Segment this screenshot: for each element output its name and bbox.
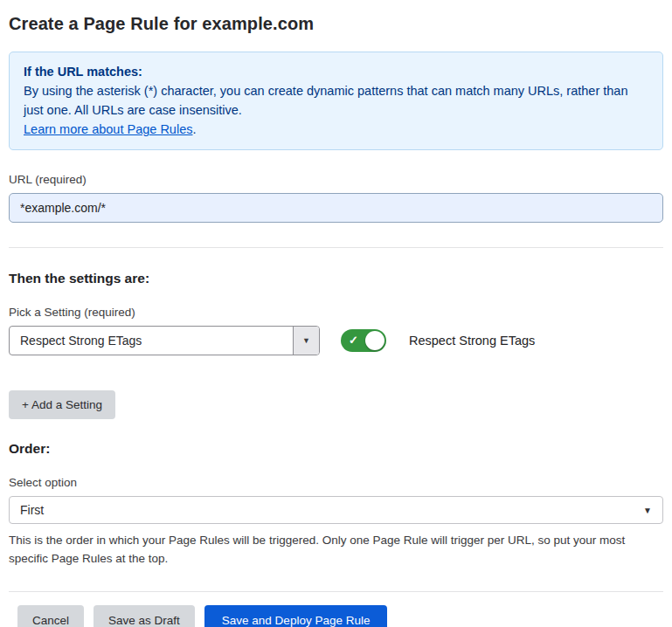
toggle-label: Respect Strong ETags [409, 334, 535, 348]
add-setting-button[interactable]: + Add a Setting [9, 390, 115, 419]
setting-dropdown[interactable]: Respect Strong ETags ▼ [9, 326, 320, 355]
page-title: Create a Page Rule for example.com [9, 14, 663, 34]
info-box-link-line: Learn more about Page Rules. [24, 120, 648, 139]
url-input[interactable] [9, 193, 663, 223]
settings-section-heading: Then the settings are: [9, 271, 663, 286]
setting-row: Respect Strong ETags ▼ ✓ Respect Strong … [9, 326, 663, 355]
info-box-heading: If the URL matches: [24, 62, 648, 81]
setting-dropdown-value: Respect Strong ETags [10, 327, 293, 355]
learn-more-link[interactable]: Learn more about Page Rules [24, 122, 192, 136]
toggle-knob [365, 331, 384, 350]
setting-toggle-group: ✓ Respect Strong ETags [341, 329, 535, 352]
order-dropdown[interactable]: First ▼ [9, 496, 663, 524]
url-field-label: URL (required) [9, 173, 663, 186]
footer-actions: Cancel Save as Draft Save and Deploy Pag… [9, 591, 663, 627]
link-period: . [192, 122, 196, 136]
chevron-down-icon: ▼ [643, 506, 652, 515]
etags-toggle[interactable]: ✓ [341, 329, 386, 352]
order-section-heading: Order: [9, 441, 663, 457]
url-match-info-box: If the URL matches: By using the asteris… [9, 52, 663, 150]
check-icon: ✓ [349, 334, 358, 347]
info-box-body: By using the asterisk (*) character, you… [24, 81, 648, 120]
pick-setting-label: Pick a Setting (required) [9, 306, 663, 319]
order-dropdown-value: First [20, 503, 643, 517]
order-help-text: This is the order in which your Page Rul… [9, 532, 660, 568]
page-rule-form: Create a Page Rule for example.com If th… [0, 0, 672, 627]
cancel-button[interactable]: Cancel [17, 605, 84, 627]
divider-top [9, 247, 663, 248]
save-deploy-button[interactable]: Save and Deploy Page Rule [204, 605, 388, 627]
chevron-down-icon[interactable]: ▼ [293, 327, 319, 355]
save-draft-button[interactable]: Save as Draft [94, 605, 195, 627]
order-select-label: Select option [9, 476, 663, 489]
